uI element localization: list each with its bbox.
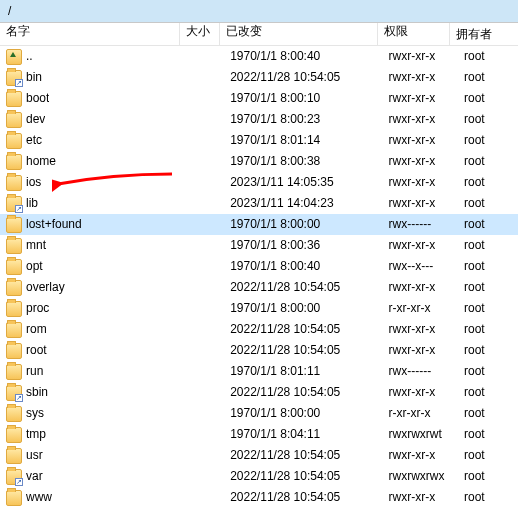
cell-name: tmp — [0, 424, 180, 445]
cell-date: 1970/1/1 8:00:00 — [224, 298, 382, 319]
file-row[interactable]: run1970/1/1 8:01:11rwx------root — [0, 361, 518, 382]
path-text: / — [8, 4, 11, 18]
column-header-owner[interactable]: 拥有者 — [450, 26, 512, 43]
cell-perm: rwxr-xr-x — [383, 172, 458, 193]
file-row[interactable]: lost+found1970/1/1 8:00:00rwx------root — [0, 214, 518, 235]
cell-name: run — [0, 361, 180, 382]
cell-date: 2023/1/11 14:05:35 — [224, 172, 382, 193]
cell-name: lost+found — [0, 214, 180, 235]
cell-owner: root — [458, 214, 518, 235]
cell-date: 2022/11/28 10:54:05 — [224, 340, 382, 361]
cell-date: 2023/1/11 14:04:23 — [224, 193, 382, 214]
cell-date: 1970/1/1 8:00:38 — [224, 151, 382, 172]
file-row[interactable]: ↗sbin2022/11/28 10:54:05rwxr-xr-xroot — [0, 382, 518, 403]
file-name: dev — [26, 109, 45, 130]
file-name: run — [26, 361, 43, 382]
cell-name: mnt — [0, 235, 180, 256]
folder-link-icon: ↗ — [6, 70, 22, 86]
file-row[interactable]: ↗lib2023/1/11 14:04:23rwxr-xr-xroot — [0, 193, 518, 214]
cell-date: 2022/11/28 10:54:05 — [224, 67, 382, 88]
file-name: usr — [26, 445, 43, 466]
cell-name: .. — [0, 46, 180, 67]
cell-perm: rwxr-xr-x — [383, 277, 458, 298]
folder-icon — [6, 112, 22, 128]
cell-perm: rwxr-xr-x — [383, 130, 458, 151]
cell-owner: root — [458, 319, 518, 340]
file-row[interactable]: home1970/1/1 8:00:38rwxr-xr-xroot — [0, 151, 518, 172]
file-row[interactable]: sys1970/1/1 8:00:00r-xr-xr-xroot — [0, 403, 518, 424]
file-row[interactable]: ios2023/1/11 14:05:35rwxr-xr-xroot — [0, 172, 518, 193]
folder-icon — [6, 259, 22, 275]
folder-icon — [6, 343, 22, 359]
cell-owner: root — [458, 466, 518, 487]
file-row[interactable]: etc1970/1/1 8:01:14rwxr-xr-xroot — [0, 130, 518, 151]
folder-icon — [6, 133, 22, 149]
cell-name: etc — [0, 130, 180, 151]
cell-owner: root — [458, 109, 518, 130]
folder-icon — [6, 406, 22, 422]
file-row[interactable]: tmp1970/1/1 8:04:11rwxrwxrwtroot — [0, 424, 518, 445]
cell-name: overlay — [0, 277, 180, 298]
folder-icon — [6, 280, 22, 296]
cell-name: www — [0, 487, 180, 508]
column-header-perm[interactable]: 权限 — [378, 23, 450, 45]
file-name: boot — [26, 88, 49, 109]
file-row[interactable]: overlay2022/11/28 10:54:05rwxr-xr-xroot — [0, 277, 518, 298]
path-bar[interactable]: / — [0, 0, 518, 23]
cell-owner: root — [458, 382, 518, 403]
file-row[interactable]: usr2022/11/28 10:54:05rwxr-xr-xroot — [0, 445, 518, 466]
cell-owner: root — [458, 256, 518, 277]
folder-icon — [6, 91, 22, 107]
file-row[interactable]: ↗bin2022/11/28 10:54:05rwxr-xr-xroot — [0, 67, 518, 88]
cell-perm: rwxr-xr-x — [383, 382, 458, 403]
column-header-size[interactable]: 大小 — [180, 23, 220, 45]
cell-owner: root — [458, 361, 518, 382]
cell-name: rom — [0, 319, 180, 340]
cell-perm: rwxr-xr-x — [383, 88, 458, 109]
cell-name: ios — [0, 172, 180, 193]
file-row[interactable]: www2022/11/28 10:54:05rwxr-xr-xroot — [0, 487, 518, 508]
cell-perm: rwxr-xr-x — [383, 487, 458, 508]
folder-icon — [6, 301, 22, 317]
cell-perm: rwxr-xr-x — [383, 109, 458, 130]
file-row[interactable]: rom2022/11/28 10:54:05rwxr-xr-xroot — [0, 319, 518, 340]
folder-link-icon: ↗ — [6, 196, 22, 212]
cell-name: usr — [0, 445, 180, 466]
cell-date: 2022/11/28 10:54:05 — [224, 319, 382, 340]
file-row[interactable]: boot1970/1/1 8:00:10rwxr-xr-xroot — [0, 88, 518, 109]
cell-name: ↗lib — [0, 193, 180, 214]
cell-date: 1970/1/1 8:00:36 — [224, 235, 382, 256]
file-name: .. — [26, 46, 33, 67]
cell-owner: root — [458, 298, 518, 319]
cell-date: 1970/1/1 8:01:14 — [224, 130, 382, 151]
cell-owner: root — [458, 445, 518, 466]
file-row-parent[interactable]: ..1970/1/1 8:00:40rwxr-xr-xroot — [0, 46, 518, 67]
cell-owner: root — [458, 487, 518, 508]
file-row[interactable]: dev1970/1/1 8:00:23rwxr-xr-xroot — [0, 109, 518, 130]
cell-date: 2022/11/28 10:54:05 — [224, 277, 382, 298]
cell-name: sys — [0, 403, 180, 424]
cell-perm: r-xr-xr-x — [383, 403, 458, 424]
file-row[interactable]: root2022/11/28 10:54:05rwxr-xr-xroot — [0, 340, 518, 361]
cell-owner: root — [458, 340, 518, 361]
cell-owner: root — [458, 277, 518, 298]
file-row[interactable]: opt1970/1/1 8:00:40rwx--x---root — [0, 256, 518, 277]
file-name: lost+found — [26, 214, 82, 235]
file-list: ..1970/1/1 8:00:40rwxr-xr-xroot↗bin2022/… — [0, 46, 518, 522]
file-row[interactable]: ↗var2022/11/28 10:54:05rwxrwxrwxroot — [0, 466, 518, 487]
folder-icon — [6, 322, 22, 338]
cell-date: 1970/1/1 8:00:40 — [224, 256, 382, 277]
column-header-name[interactable]: 名字 — [0, 23, 180, 45]
cell-date: 1970/1/1 8:04:11 — [224, 424, 382, 445]
file-row[interactable]: proc1970/1/1 8:00:00r-xr-xr-xroot — [0, 298, 518, 319]
file-row[interactable]: mnt1970/1/1 8:00:36rwxr-xr-xroot — [0, 235, 518, 256]
cell-name: ↗var — [0, 466, 180, 487]
column-header-changed[interactable]: 已改变 — [220, 23, 378, 45]
cell-name: ↗bin — [0, 67, 180, 88]
cell-perm: rwxr-xr-x — [383, 319, 458, 340]
folder-icon — [6, 427, 22, 443]
cell-perm: rwxr-xr-x — [383, 235, 458, 256]
cell-owner: root — [458, 424, 518, 445]
file-name: proc — [26, 298, 49, 319]
file-name: sys — [26, 403, 44, 424]
